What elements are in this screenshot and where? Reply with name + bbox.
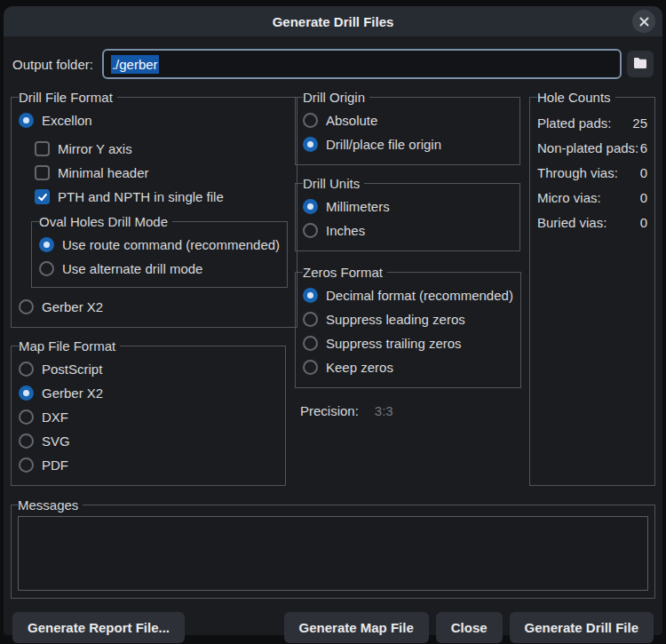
group-drill-origin: Drill Origin Absolute Drill/place file o…	[295, 90, 520, 165]
button-row: Generate Report File... Generate Map Fil…	[11, 612, 655, 643]
hole-count-value: 6	[640, 140, 647, 155]
group-hole-counts: Hole Counts Plated pads: 25 Non-plated p…	[529, 90, 655, 486]
browse-folder-button[interactable]	[627, 51, 654, 77]
radio-suppress-leading-zeros[interactable]: Suppress leading zeros	[303, 307, 513, 331]
output-folder-value: ./gerber	[111, 55, 159, 74]
group-messages-legend: Messages	[18, 497, 83, 513]
folder-icon	[633, 57, 647, 72]
hole-count-label: Non-plated pads:	[537, 140, 638, 155]
radio-icon	[303, 360, 318, 375]
radio-icon	[303, 199, 318, 214]
dialog-body: Output folder: ./gerber Drill File Forma…	[4, 36, 662, 644]
radio-absolute-label: Absolute	[326, 113, 377, 128]
group-drill-file-format-legend: Drill File Format	[19, 90, 117, 105]
radio-drill-place-file-origin[interactable]: Drill/place file origin	[303, 132, 512, 156]
column-middle: Drill Origin Absolute Drill/place file o…	[295, 90, 520, 486]
checkbox-mirror-y-label: Mirror Y axis	[58, 141, 132, 156]
hole-count-label: Buried vias:	[537, 215, 607, 230]
radio-millimeters-label: Millimeters	[326, 199, 390, 214]
checkbox-mirror-y-axis[interactable]: Mirror Y axis	[35, 137, 289, 161]
column-right: Hole Counts Plated pads: 25 Non-plated p…	[529, 90, 655, 486]
options-columns: Drill File Format Excellon Mirror Y axis…	[11, 90, 655, 486]
radio-icon	[303, 312, 318, 327]
radio-dxf[interactable]: DXF	[19, 405, 278, 429]
radio-icon	[19, 409, 34, 425]
radio-file-origin-label: Drill/place file origin	[326, 137, 441, 152]
group-map-file-format-legend: Map File Format	[19, 338, 120, 354]
output-folder-row: Output folder: ./gerber	[12, 49, 654, 79]
radio-route-command-label: Use route command (recommended)	[62, 237, 280, 252]
radio-gerber-x2-drill[interactable]: Gerber X2	[19, 295, 289, 319]
radio-icon	[19, 299, 34, 314]
radio-gerber-x2-map[interactable]: Gerber X2	[19, 381, 278, 405]
hole-count-row-non-plated-pads: Non-plated pads: 6	[537, 135, 647, 160]
radio-icon	[19, 113, 34, 128]
output-folder-input[interactable]: ./gerber	[102, 49, 622, 79]
column-left: Drill File Format Excellon Mirror Y axis…	[11, 90, 286, 486]
close-dialog-button[interactable]: Close	[436, 612, 503, 643]
radio-inches-label: Inches	[326, 223, 365, 238]
radio-use-alternate-drill-mode[interactable]: Use alternate drill mode	[39, 257, 280, 281]
hole-count-row-buried-vias: Buried vias: 0	[537, 210, 647, 235]
radio-icon	[303, 223, 318, 238]
radio-pdf-label: PDF	[42, 457, 68, 473]
hole-count-value: 25	[632, 115, 647, 131]
radio-postscript[interactable]: PostScript	[19, 357, 278, 381]
radio-excellon[interactable]: Excellon	[19, 108, 289, 132]
precision-label: Precision:	[300, 403, 359, 418]
radio-dxf-label: DXF	[42, 409, 68, 425]
checkbox-pth-npth-single-file[interactable]: PTH and NPTH in single file	[35, 185, 289, 209]
radio-use-route-command[interactable]: Use route command (recommended)	[39, 233, 280, 257]
radio-icon	[39, 237, 54, 252]
radio-suppress-trailing-zeros[interactable]: Suppress trailing zeros	[303, 331, 513, 355]
generate-drill-file-button[interactable]: Generate Drill File	[510, 612, 654, 643]
group-oval-holes-drill-mode: Oval Holes Drill Mode Use route command …	[31, 214, 288, 288]
messages-textarea[interactable]	[18, 516, 648, 591]
precision-value: 3:3	[375, 403, 393, 418]
radio-icon	[303, 288, 318, 303]
radio-postscript-label: PostScript	[42, 362, 102, 377]
titlebar[interactable]: Generate Drill Files	[4, 6, 662, 36]
checkbox-icon	[35, 141, 50, 156]
output-folder-label: Output folder:	[12, 57, 93, 72]
close-icon	[639, 17, 649, 27]
generate-report-file-button[interactable]: Generate Report File...	[12, 612, 185, 643]
radio-gerber-x2-map-label: Gerber X2	[42, 386, 103, 401]
group-zeros-format-legend: Zeros Format	[303, 265, 387, 280]
hole-count-value: 0	[640, 190, 647, 205]
precision-row: Precision: 3:3	[300, 403, 520, 418]
radio-millimeters[interactable]: Millimeters	[303, 195, 512, 219]
group-drill-file-format: Drill File Format Excellon Mirror Y axis…	[11, 90, 297, 328]
hole-count-value: 0	[640, 165, 647, 180]
generate-drill-files-dialog: Generate Drill Files Output folder: ./ge…	[4, 6, 662, 635]
radio-decimal-format[interactable]: Decimal format (recommended)	[303, 283, 513, 307]
group-map-file-format: Map File Format PostScript Gerber X2 DXF	[11, 338, 286, 486]
hole-count-row-micro-vias: Micro vias: 0	[537, 185, 647, 210]
checkmark-icon	[35, 189, 50, 204]
radio-inches[interactable]: Inches	[303, 219, 512, 242]
radio-pdf[interactable]: PDF	[19, 453, 278, 477]
radio-suppress-leading-label: Suppress leading zeros	[326, 312, 465, 327]
group-zeros-format: Zeros Format Decimal format (recommended…	[295, 265, 521, 388]
radio-absolute[interactable]: Absolute	[303, 108, 512, 132]
dialog-title: Generate Drill Files	[273, 14, 394, 29]
radio-suppress-trailing-label: Suppress trailing zeros	[326, 336, 462, 351]
close-button[interactable]	[632, 10, 655, 33]
radio-excellon-label: Excellon	[42, 113, 92, 128]
radio-svg[interactable]: SVG	[19, 429, 278, 453]
group-messages: Messages	[11, 497, 655, 599]
radio-icon	[303, 113, 318, 128]
radio-icon	[19, 386, 34, 401]
radio-icon	[19, 362, 34, 377]
group-drill-units: Drill Units Millimeters Inches	[295, 176, 520, 251]
group-hole-counts-legend: Hole Counts	[537, 90, 615, 105]
radio-icon	[303, 137, 318, 152]
radio-keep-zeros-label: Keep zeros	[326, 360, 393, 375]
radio-decimal-format-label: Decimal format (recommended)	[326, 288, 513, 303]
hole-count-row-through-vias: Through vias: 0	[537, 160, 647, 185]
radio-icon	[19, 457, 34, 473]
radio-svg-label: SVG	[42, 433, 70, 449]
radio-keep-zeros[interactable]: Keep zeros	[303, 355, 513, 379]
checkbox-minimal-header[interactable]: Minimal header	[35, 161, 289, 185]
generate-map-file-button[interactable]: Generate Map File	[284, 612, 429, 643]
